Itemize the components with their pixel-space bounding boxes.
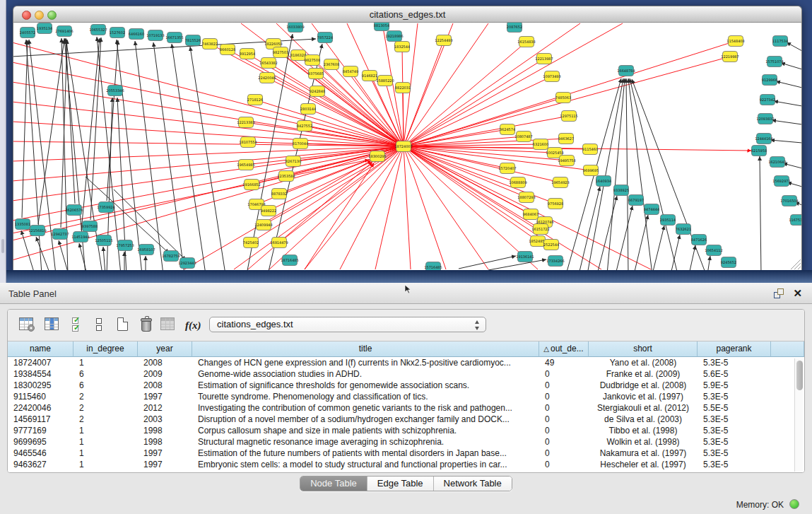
table-row[interactable]: 977716911998Corpus callosum shape and si… <box>8 425 804 436</box>
network-window: citations_edges.txt 18724007240557219351… <box>13 6 802 271</box>
edge[interactable] <box>783 163 802 168</box>
edge[interactable] <box>630 78 678 271</box>
table-mode-icon[interactable] <box>19 317 35 333</box>
edge[interactable] <box>772 120 802 124</box>
show-hide-columns-icon[interactable] <box>45 317 60 333</box>
cell: 5.3E-5 <box>698 436 771 448</box>
column-header-name[interactable]: name <box>8 341 73 357</box>
column-header-title[interactable]: title <box>192 341 539 357</box>
edge[interactable] <box>616 206 632 271</box>
table-row[interactable]: 946362711997Embryonic stem cells: a mode… <box>8 459 804 470</box>
scrollbar-thumb[interactable] <box>796 361 803 390</box>
cell: 14569117 <box>8 414 73 425</box>
splitter-grip[interactable] <box>1 239 4 253</box>
edge[interactable] <box>13 146 404 240</box>
edge[interactable] <box>689 245 695 271</box>
edge[interactable] <box>774 101 802 106</box>
edge[interactable] <box>172 44 206 271</box>
table-panel-header[interactable]: Table Panel ✕ <box>0 283 812 304</box>
citation-network-graph[interactable]: 1872400724055721935134276914061065532715… <box>13 23 802 271</box>
edge[interactable] <box>153 42 184 271</box>
edge[interactable] <box>402 47 404 146</box>
edge[interactable] <box>634 215 648 271</box>
edge[interactable] <box>787 182 802 187</box>
vertical-scrollbar[interactable] <box>794 358 803 472</box>
edge[interactable] <box>787 42 802 51</box>
table-row[interactable]: 1456911722003Disruption of a novel membe… <box>8 414 804 425</box>
cell: 5.5E-5 <box>698 402 771 414</box>
edge[interactable] <box>579 187 600 271</box>
edge[interactable] <box>190 47 225 271</box>
node-label: 17359924 <box>97 205 114 209</box>
resize-grip[interactable] <box>791 259 801 269</box>
edge[interactable] <box>776 81 802 88</box>
function-builder-icon[interactable]: f(x) <box>185 320 201 335</box>
edge[interactable] <box>66 39 75 204</box>
edge[interactable] <box>61 40 67 228</box>
cell: 6 <box>73 368 138 380</box>
tab-network-table[interactable]: Network Table <box>434 477 512 491</box>
network-window-titlebar[interactable]: citations_edges.txt <box>13 6 802 23</box>
edge[interactable] <box>781 63 802 69</box>
edge[interactable] <box>626 78 628 271</box>
table-row[interactable]: 969969511998Structural magnetic resonanc… <box>8 436 804 448</box>
edge[interactable] <box>404 146 538 269</box>
table-row[interactable]: 911546021997Tourette syndrome. Phenomeno… <box>8 391 804 402</box>
edge[interactable] <box>404 146 488 269</box>
table-row[interactable]: 946554611997Estimation of the future num… <box>8 448 804 459</box>
status-bar: Memory: OK <box>0 495 812 514</box>
table-row[interactable]: 2242004622012Investigating the contribut… <box>8 402 804 414</box>
column-header-pagerank[interactable]: pagerank <box>698 341 771 357</box>
edge[interactable] <box>281 52 404 146</box>
edge[interactable] <box>247 34 293 271</box>
tab-edge-table[interactable]: Edge Table <box>367 477 434 491</box>
edge[interactable] <box>707 256 710 271</box>
table-row[interactable]: 1830029562008Estimation of significance … <box>8 380 804 391</box>
edge[interactable] <box>628 78 652 271</box>
column-header-year[interactable]: year <box>138 341 192 357</box>
column-header-in_degree[interactable]: in_degree <box>73 341 138 357</box>
cell: 0 <box>539 402 589 414</box>
column-header-short[interactable]: short <box>589 341 698 357</box>
table-row[interactable]: 1872400712008Changes of HCN gene express… <box>8 357 804 368</box>
node-label: 10655327 <box>89 28 107 32</box>
edge[interactable] <box>29 40 56 271</box>
edge[interactable] <box>107 40 118 201</box>
cell: 9465546 <box>8 448 73 459</box>
edge[interactable] <box>597 196 617 271</box>
node-label: 8912954 <box>240 52 255 56</box>
dropdown-arrows-icon <box>474 320 480 331</box>
edge[interactable] <box>103 247 105 271</box>
network-canvas[interactable]: 1872400724055721935134276914061065532715… <box>13 23 802 271</box>
create-column-icon[interactable] <box>116 317 131 333</box>
edge[interactable] <box>607 78 625 271</box>
edge[interactable] <box>38 40 64 224</box>
edge[interactable] <box>404 146 446 269</box>
edge[interactable] <box>652 226 664 271</box>
cell: 1 <box>73 459 138 470</box>
edge[interactable] <box>13 42 404 146</box>
edge[interactable] <box>81 38 100 230</box>
edge[interactable] <box>340 146 404 269</box>
delete-table-icon[interactable] <box>160 317 176 333</box>
edge[interactable] <box>760 156 761 271</box>
edge[interactable] <box>404 146 411 269</box>
edge[interactable] <box>770 140 802 143</box>
table-selector-dropdown[interactable]: citations_edges.txt <box>209 317 486 332</box>
column-header-out_de...[interactable]: △out_de... <box>539 341 589 357</box>
select-all-icon[interactable] <box>71 317 87 333</box>
edge[interactable] <box>255 100 404 146</box>
deselect-all-icon[interactable] <box>93 317 109 333</box>
delete-column-icon[interactable] <box>139 317 155 333</box>
tab-node-table[interactable]: Node Table <box>300 477 367 491</box>
float-panel-icon[interactable] <box>774 288 784 298</box>
edge[interactable] <box>404 23 580 146</box>
node-label: 6321600 <box>533 142 548 146</box>
edge[interactable] <box>22 40 28 218</box>
column-header-filler[interactable] <box>771 341 804 357</box>
edge[interactable] <box>488 259 546 270</box>
table-row[interactable]: 1938455462009Genome-wide association stu… <box>8 368 804 380</box>
node-label: 19654985 <box>237 163 254 167</box>
close-panel-icon[interactable]: ✕ <box>793 287 802 300</box>
edge[interactable] <box>36 237 50 271</box>
